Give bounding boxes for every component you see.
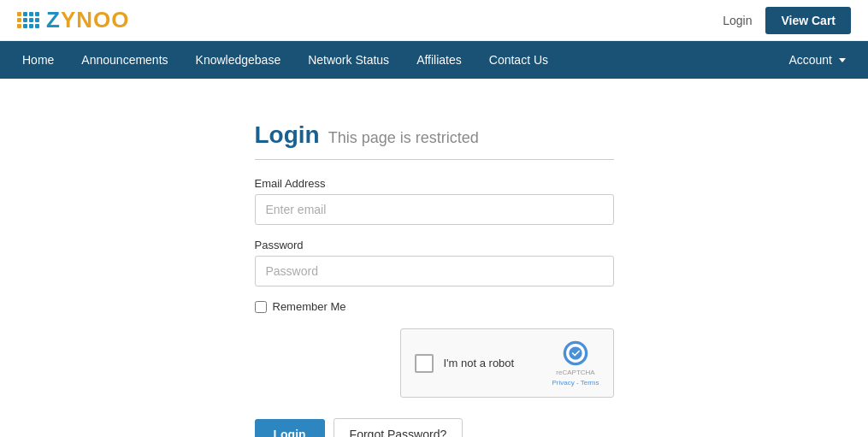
login-subtitle: This page is restricted [328,129,479,147]
account-label: Account [788,53,832,67]
recaptcha-box[interactable]: I'm not a robot reCAPTCHA Privacy - Term… [400,328,614,398]
nav-item-network-status[interactable]: Network Status [294,41,403,79]
remember-me-checkbox[interactable] [255,301,267,313]
logo: ZYNOO [17,7,129,33]
nav-item-announcements[interactable]: Announcements [68,41,181,79]
email-label: Email Address [255,177,614,190]
top-bar: ZYNOO Login View Cart [0,0,868,41]
email-input[interactable] [255,194,614,225]
recaptcha-brand-text: reCAPTCHA [556,369,594,377]
recaptcha-left: I'm not a robot [415,354,515,373]
email-form-group: Email Address [255,177,614,225]
account-nav[interactable]: Account [775,41,859,79]
top-login-link[interactable]: Login [723,14,752,27]
main-content: Login This page is restricted Email Addr… [0,79,868,437]
view-cart-button[interactable]: View Cart [765,7,851,34]
login-heading: Login This page is restricted [255,121,614,160]
recaptcha-logo-icon [562,340,589,367]
recaptcha-checkbox[interactable] [415,354,434,373]
action-buttons: Login Forgot Password? [255,418,614,437]
forgot-password-button[interactable]: Forgot Password? [334,418,464,437]
chevron-down-icon [839,58,846,62]
password-input[interactable] [255,256,614,286]
top-bar-right: Login View Cart [723,7,851,34]
nav-item-knowledgebase[interactable]: Knowledgebase [182,41,295,79]
nav-right: Account [775,41,859,79]
remember-me-label[interactable]: Remember Me [273,300,346,313]
logo-text: ZYNOO [46,7,129,33]
login-title: Login [255,121,320,149]
nav-left: Home Announcements Knowledgebase Network… [9,41,562,79]
nav-item-contact-us[interactable]: Contact Us [475,41,562,79]
recaptcha-links: Privacy - Terms [552,379,599,387]
recaptcha-label: I'm not a robot [444,357,515,369]
recaptcha-right: reCAPTCHA Privacy - Terms [552,340,599,387]
nav-item-home[interactable]: Home [9,41,68,79]
nav-item-affiliates[interactable]: Affiliates [403,41,475,79]
login-container: Login This page is restricted Email Addr… [255,121,614,437]
remember-me-group: Remember Me [255,300,614,313]
password-label: Password [255,239,614,251]
logo-icon [17,12,39,28]
login-button[interactable]: Login [255,419,325,437]
password-form-group: Password [255,239,614,286]
nav-bar: Home Announcements Knowledgebase Network… [0,41,868,79]
